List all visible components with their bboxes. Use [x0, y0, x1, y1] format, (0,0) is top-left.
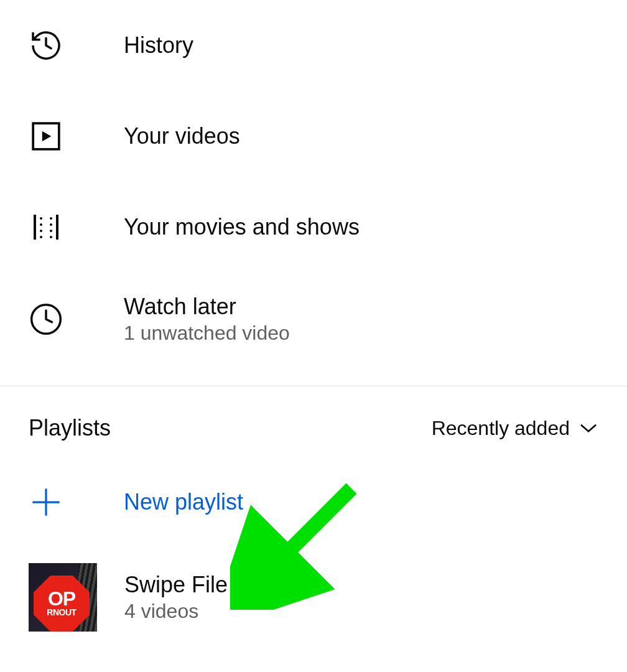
playlist-item-swipe-file[interactable]: OP RNOUT Swipe File 4 videos: [0, 544, 627, 650]
svg-point-9: [50, 223, 52, 226]
svg-point-7: [40, 236, 42, 238]
playlist-thumbnail: OP RNOUT: [29, 563, 97, 632]
menu-label-your-videos: Your videos: [124, 123, 240, 149]
your-videos-icon: [29, 119, 63, 154]
menu-text-container: Your movies and shows: [124, 214, 360, 240]
menu-label-movies-shows: Your movies and shows: [124, 214, 360, 240]
thumb-text: OP: [48, 590, 75, 608]
playlist-count: 4 videos: [124, 600, 228, 623]
menu-text-container: Watch later 1 unwatched video: [124, 294, 290, 345]
playlists-header: Playlists Recently added: [0, 386, 627, 460]
sort-dropdown[interactable]: Recently added: [432, 417, 598, 440]
menu-label-history: History: [124, 32, 193, 58]
svg-point-4: [40, 217, 42, 220]
menu-item-watch-later[interactable]: Watch later 1 unwatched video: [0, 273, 627, 366]
svg-point-10: [50, 230, 52, 232]
thumb-text: RNOUT: [47, 607, 76, 617]
menu-text-container: History: [124, 32, 193, 58]
new-playlist-button[interactable]: New playlist: [0, 460, 627, 544]
menu-item-your-videos[interactable]: Your videos: [0, 91, 627, 182]
menu-subtitle-watch-later: 1 unwatched video: [124, 322, 290, 345]
menu-text-container: Your videos: [124, 123, 240, 149]
clock-icon: [29, 302, 63, 337]
plus-icon: [29, 485, 63, 520]
playlists-title: Playlists: [29, 415, 111, 441]
svg-marker-1: [42, 131, 52, 142]
playlist-name: Swipe File: [124, 572, 228, 598]
playlist-text-container: Swipe File 4 videos: [124, 572, 228, 623]
sort-label: Recently added: [432, 417, 570, 440]
svg-point-11: [50, 236, 52, 238]
svg-point-8: [50, 217, 52, 220]
menu-item-movies-shows[interactable]: Your movies and shows: [0, 182, 627, 273]
menu-label-watch-later: Watch later: [124, 294, 290, 320]
history-icon: [29, 28, 63, 63]
svg-point-5: [40, 223, 42, 226]
new-playlist-label: New playlist: [124, 489, 243, 515]
chevron-down-icon: [578, 422, 598, 434]
svg-point-6: [40, 230, 42, 232]
movies-icon: [29, 210, 63, 245]
menu-item-history[interactable]: History: [0, 0, 627, 91]
